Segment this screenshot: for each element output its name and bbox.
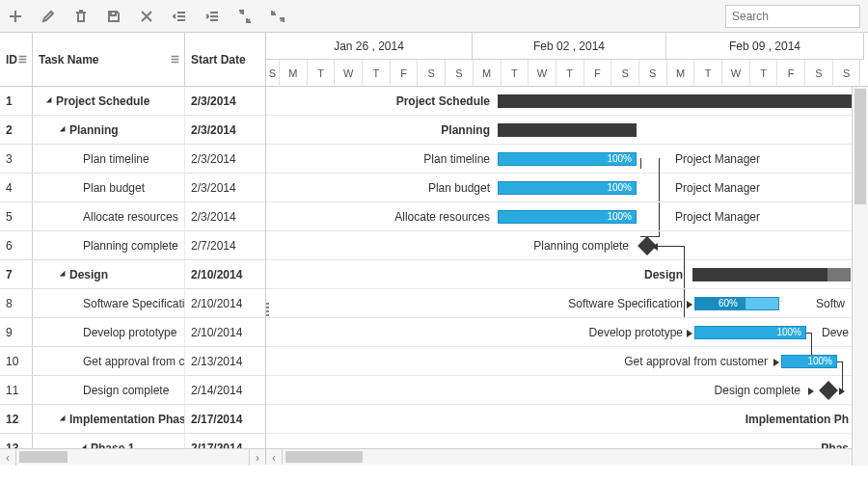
task-bar[interactable]: 60% <box>694 297 779 310</box>
table-row[interactable]: 12Implementation Phase2/17/2014 <box>0 405 265 434</box>
day-cell[interactable]: S <box>639 60 667 87</box>
gantt-row[interactable]: Design <box>266 260 868 289</box>
table-row[interactable]: 9Develop prototype2/10/2014 <box>0 318 265 347</box>
gantt-row[interactable]: Develop prototype 100% Deve <box>266 318 868 347</box>
col-header-id[interactable]: ID☰ <box>0 33 33 86</box>
day-cell[interactable]: F <box>391 60 419 87</box>
week-cell[interactable]: Feb 02 , 2014 <box>473 33 666 60</box>
table-row[interactable]: 10Get approval from customer2/13/2014 <box>0 347 265 376</box>
day-cell[interactable]: S <box>446 60 474 87</box>
task-bar[interactable]: 100% <box>694 326 806 339</box>
table-row[interactable]: 3Plan timeline2/3/2014 <box>0 145 265 174</box>
cell-task: Planning complete <box>33 231 185 259</box>
gantt-row[interactable]: Implementation Ph <box>266 405 868 434</box>
expand-icon[interactable] <box>60 415 68 422</box>
table-row[interactable]: 1Project Schedule2/3/2014 <box>0 87 265 116</box>
cell-date: 2/17/2014 <box>185 434 264 448</box>
scroll-right-icon[interactable]: › <box>249 449 265 466</box>
expand-icon[interactable] <box>60 270 68 278</box>
day-cell[interactable]: T <box>308 60 336 87</box>
bar-label: Implementation Ph <box>266 413 849 426</box>
col-header-date[interactable]: Start Date <box>185 33 264 86</box>
day-cell[interactable]: W <box>722 60 750 87</box>
cell-task: Software Specification <box>33 289 185 317</box>
outdent-button[interactable] <box>172 9 187 24</box>
collapse-all-button[interactable] <box>270 9 285 24</box>
day-cell[interactable]: T <box>694 60 722 87</box>
scroll-thumb[interactable] <box>19 451 68 463</box>
table-row[interactable]: 11Design complete2/14/2014 <box>0 376 265 405</box>
table-row[interactable]: 2Planning2/3/2014 <box>0 116 265 145</box>
gantt-row[interactable]: Phas <box>266 434 868 448</box>
table-row[interactable]: 8Software Specification2/10/2014 <box>0 289 265 318</box>
day-cell[interactable]: S <box>833 60 861 87</box>
day-cell[interactable]: M <box>474 60 502 87</box>
task-bar[interactable]: 100% <box>498 210 637 224</box>
day-cell[interactable]: F <box>584 60 612 87</box>
day-cell[interactable]: S <box>266 60 280 87</box>
cancel-button[interactable] <box>139 9 154 24</box>
gantt-row[interactable]: Planning complete <box>266 231 868 260</box>
gantt-row[interactable]: Get approval from customer 100% <box>266 347 868 376</box>
add-button[interactable] <box>8 9 23 24</box>
gantt-row[interactable]: Plan budget 100% Project Manager <box>266 174 868 202</box>
table-row[interactable]: 4Plan budget2/3/2014 <box>0 174 265 202</box>
gantt-row[interactable]: Design complete <box>266 376 868 405</box>
task-bar[interactable]: 100% <box>498 181 637 195</box>
gantt-row[interactable]: Allocate resources 100% Project Manager <box>266 202 868 231</box>
milestone[interactable] <box>819 381 838 400</box>
gantt-row[interactable]: Planning <box>266 116 868 145</box>
day-cell[interactable]: W <box>335 60 363 87</box>
day-cell[interactable]: M <box>280 60 308 87</box>
day-cell[interactable]: W <box>529 60 556 87</box>
parent-bar[interactable] <box>498 123 637 137</box>
task-bar[interactable]: 100% <box>781 355 837 368</box>
save-button[interactable] <box>106 9 122 24</box>
gantt-row[interactable]: Plan timeline 100% Project Manager <box>266 145 868 174</box>
parent-bar[interactable] <box>692 268 851 281</box>
day-cell[interactable]: M <box>667 60 695 87</box>
expand-all-button[interactable] <box>237 9 253 24</box>
scroll-left-icon[interactable]: ‹ <box>266 449 283 465</box>
scroll-thumb[interactable] <box>285 451 363 463</box>
scroll-thumb[interactable] <box>854 89 866 204</box>
day-cell[interactable]: S <box>805 60 833 87</box>
day-cell[interactable]: S <box>611 60 639 87</box>
day-cell[interactable]: S <box>418 60 446 87</box>
day-cell[interactable]: T <box>502 60 529 87</box>
cell-id: 11 <box>0 376 33 404</box>
table-row[interactable]: 7Design2/10/2014 <box>0 260 265 289</box>
chart-hscroll[interactable]: ‹ › <box>266 448 868 465</box>
toolbar <box>0 0 868 33</box>
table-row[interactable]: 5Allocate resources2/3/2014 <box>0 202 265 231</box>
week-cell[interactable]: Jan 26 , 2014 <box>266 33 473 60</box>
task-bar[interactable]: 100% <box>498 152 637 166</box>
col-header-task[interactable]: Task Name☰ <box>33 33 185 86</box>
day-cell[interactable]: T <box>363 60 391 87</box>
expand-icon[interactable] <box>60 125 68 133</box>
scroll-left-icon[interactable]: ‹ <box>0 449 16 466</box>
gantt-row[interactable]: Project Schedule <box>266 87 868 116</box>
chart-pane: Jan 26 , 2014 Feb 02 , 2014 Feb 09 , 201… <box>266 33 868 465</box>
menu-icon[interactable]: ☰ <box>171 54 178 65</box>
week-cell[interactable]: Feb 09 , 2014 <box>666 33 864 60</box>
delete-button[interactable] <box>73 9 89 24</box>
table-row[interactable]: 6Planning complete2/7/2014 <box>0 231 265 260</box>
day-cell[interactable]: T <box>750 60 778 87</box>
expand-icon[interactable] <box>46 96 54 104</box>
cell-task: Project Schedule <box>33 87 185 115</box>
day-cell[interactable]: F <box>777 60 805 87</box>
bar-label: Planning complete <box>266 239 629 253</box>
edit-button[interactable] <box>41 9 56 24</box>
parent-bar[interactable] <box>498 94 853 108</box>
table-row[interactable]: 13Phase 12/17/2014 <box>0 434 265 448</box>
search-input[interactable] <box>725 5 860 28</box>
cell-id: 13 <box>0 434 33 448</box>
day-cell[interactable]: T <box>556 60 584 87</box>
gantt-row[interactable]: Software Specification 60% Softw <box>266 289 868 318</box>
cell-task: Plan budget <box>33 174 185 201</box>
grid-hscroll[interactable]: ‹ › <box>0 448 265 465</box>
chart-vscroll[interactable] <box>852 87 868 465</box>
indent-button[interactable] <box>204 9 220 24</box>
menu-icon[interactable]: ☰ <box>18 54 26 65</box>
